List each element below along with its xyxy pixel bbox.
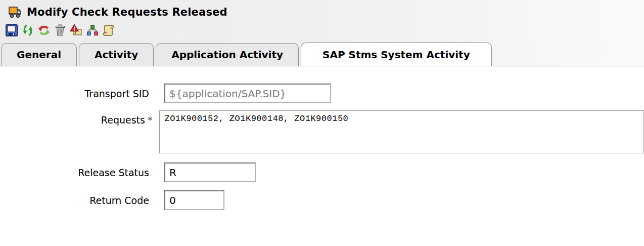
app-window: Modify Check Requests Released [0,0,644,246]
tab-strip: General Activity Application Activity SA… [0,43,644,66]
transport-sid-label: Transport SID [0,88,164,99]
form-row-transport-sid: Transport SID [0,84,644,103]
tab-application-activity[interactable]: Application Activity [156,43,299,66]
refresh-button[interactable] [37,24,51,37]
alert-log-button[interactable] [69,24,83,37]
delete-button[interactable] [53,24,67,37]
tab-activity[interactable]: Activity [79,43,154,66]
refresh-circle-icon [37,24,51,37]
requests-label: Requests* [0,110,159,126]
required-marker: * [148,114,153,126]
alert-scroll-icon [70,24,83,37]
sync-arrows-icon [21,24,34,37]
tab-panel-sap-stms-system-activity: Transport SID Requests* ZO1K900152, ZO1K… [0,66,644,210]
title-bar: Modify Check Requests Released [0,0,644,19]
save-button[interactable] [5,24,18,37]
toolbar [0,19,644,37]
script-button[interactable] [102,24,115,37]
form-row-return-code: Return Code [0,190,644,210]
page-title: Modify Check Requests Released [27,6,227,18]
release-status-label: Release Status [0,167,164,178]
requests-textarea[interactable]: ZO1K900152, ZO1K900148, ZO1K900150 [159,110,644,153]
sync-button[interactable] [21,24,34,37]
form-row-requests: Requests* ZO1K900152, ZO1K900148, ZO1K90… [0,110,644,153]
transport-sid-input[interactable] [164,84,331,103]
tab-sap-stms-system-activity[interactable]: SAP Stms System Activity [301,43,492,66]
release-status-input[interactable] [164,162,256,182]
trash-icon [54,24,67,37]
transport-truck-icon [8,6,22,19]
form-row-release-status: Release Status [0,162,644,182]
tab-general[interactable]: General [1,43,77,66]
requests-label-text: Requests [101,114,145,126]
return-code-input[interactable] [164,190,224,210]
script-scroll-icon [102,24,115,37]
save-icon [5,24,18,37]
hierarchy-icon [86,24,99,37]
hierarchy-button[interactable] [85,24,99,37]
return-code-label: Return Code [0,195,164,206]
header: Modify Check Requests Released [0,0,644,66]
